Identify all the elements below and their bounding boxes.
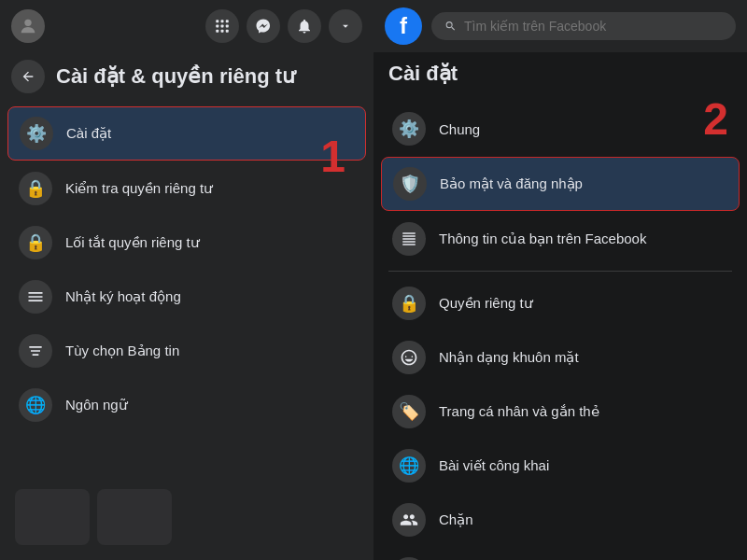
- security-icon: 🛡️: [393, 167, 427, 201]
- menu-label-news-options: Tùy chọn Bảng tin: [65, 343, 179, 359]
- svg-rect-7: [216, 30, 218, 33]
- right-title: Cài đặt: [374, 52, 747, 93]
- right-menu-label-privacy: Quyền riêng tư: [439, 295, 533, 312]
- back-button[interactable]: [11, 60, 45, 93]
- right-menu-item-profile-tagging[interactable]: 🏷️ Trang cá nhân và gắn thẻ: [381, 385, 740, 438]
- left-panel: Cài đặt & quyền riêng tư 1 ⚙️ Cài đặt 🔒 …: [0, 0, 374, 560]
- right-menu-item-blocking[interactable]: Chặn: [381, 494, 740, 546]
- bell-icon[interactable]: [288, 9, 321, 43]
- svg-rect-2: [221, 20, 224, 22]
- svg-rect-8: [221, 30, 224, 33]
- blocking-icon: [392, 503, 426, 537]
- svg-rect-4: [216, 25, 218, 28]
- public-posts-icon: 🌐: [392, 449, 426, 483]
- activity-log-icon: [19, 280, 52, 314]
- right-menu-label-general: Chung: [439, 121, 480, 137]
- news-options-icon: [19, 334, 52, 368]
- svg-point-0: [24, 20, 31, 26]
- privacy-shortcuts-icon: 🔒: [19, 226, 52, 259]
- messenger-icon[interactable]: [247, 9, 280, 43]
- page-title-left: Cài đặt & quyền riêng tư: [56, 64, 295, 89]
- profile-avatar[interactable]: [11, 9, 45, 43]
- menu-item-activity-log[interactable]: Nhật ký hoạt động: [7, 271, 366, 323]
- menu-item-news-options[interactable]: Tùy chọn Bảng tin: [7, 325, 366, 377]
- right-menu-label-blocking: Chặn: [439, 511, 473, 528]
- svg-rect-9: [226, 30, 229, 33]
- left-menu-list: ⚙️ Cài đặt 🔒 Kiểm tra quyền riêng tư 🔒 L…: [0, 105, 374, 433]
- right-menu-label-profile-tagging: Trang cá nhân và gắn thẻ: [439, 403, 599, 420]
- right-menu-item-security[interactable]: 🛡️ Bảo mật và đăng nhập: [381, 157, 740, 211]
- menu-item-settings[interactable]: ⚙️ Cài đặt: [7, 106, 366, 161]
- svg-rect-6: [226, 25, 229, 28]
- svg-rect-3: [226, 20, 229, 22]
- menu-label-settings: Cài đặt: [66, 125, 111, 142]
- menu-item-language[interactable]: 🌐 Ngôn ngữ: [7, 379, 366, 431]
- right-menu-item-public-posts[interactable]: 🌐 Bài viết công khai: [381, 440, 740, 492]
- grid-icon[interactable]: [205, 9, 239, 43]
- right-menu-item-face-recognition[interactable]: Nhận dạng khuôn mặt: [381, 331, 740, 384]
- chevron-down-icon[interactable]: [329, 9, 362, 43]
- search-bar[interactable]: [431, 12, 736, 40]
- privacy-icon: 🔒: [392, 287, 426, 320]
- search-input[interactable]: [464, 19, 723, 34]
- language-icon: 🌐: [19, 388, 52, 422]
- right-menu-item-location[interactable]: 📍 Vị trí: [381, 548, 740, 560]
- right-menu-label-security: Bảo mật và đăng nhập: [440, 175, 583, 192]
- menu-label-privacy-check: Kiểm tra quyền riêng tư: [65, 180, 213, 197]
- right-menu-item-your-info[interactable]: Thông tin của bạn trên Facebook: [381, 213, 740, 265]
- menu-item-privacy-check[interactable]: 🔒 Kiểm tra quyền riêng tư: [7, 162, 366, 215]
- right-menu-label-face-recognition: Nhận dạng khuôn mặt: [439, 349, 579, 366]
- left-header: [0, 0, 374, 52]
- svg-rect-1: [216, 20, 218, 22]
- search-icon: [444, 20, 457, 33]
- face-recognition-icon: [392, 341, 426, 374]
- settings-icon: ⚙️: [20, 117, 53, 150]
- privacy-check-icon: 🔒: [19, 172, 52, 205]
- step-badge-1: 1: [320, 131, 345, 182]
- right-menu-label-public-posts: Bài viết công khai: [439, 457, 549, 474]
- profile-tagging-icon: 🏷️: [392, 395, 426, 428]
- menu-item-privacy-shortcuts[interactable]: 🔒 Lối tắt quyền riêng tư: [7, 217, 366, 269]
- step-badge-2: 2: [703, 93, 728, 145]
- back-title-section: Cài đặt & quyền riêng tư: [0, 52, 374, 105]
- right-menu-list: ⚙️ Chung 🛡️ Bảo mật và đăng nhập Thông t…: [374, 93, 747, 560]
- right-header: f: [374, 0, 747, 52]
- menu-label-language: Ngôn ngữ: [65, 397, 128, 413]
- right-menu-label-your-info: Thông tin của bạn trên Facebook: [439, 231, 646, 247]
- your-info-icon: [392, 222, 426, 256]
- right-menu-item-privacy[interactable]: 🔒 Quyền riêng tư: [381, 277, 740, 329]
- menu-label-privacy-shortcuts: Lối tắt quyền riêng tư: [65, 234, 200, 251]
- menu-label-activity-log: Nhật ký hoạt động: [65, 288, 181, 305]
- facebook-logo: f: [385, 7, 422, 45]
- right-panel: f Cài đặt 2 ⚙️ Chung 🛡️ Bảo mật và đăng …: [374, 0, 747, 560]
- svg-rect-5: [221, 25, 224, 28]
- general-icon: ⚙️: [392, 112, 426, 146]
- right-menu-item-general[interactable]: ⚙️ Chung: [381, 103, 740, 155]
- divider-1: [388, 271, 732, 272]
